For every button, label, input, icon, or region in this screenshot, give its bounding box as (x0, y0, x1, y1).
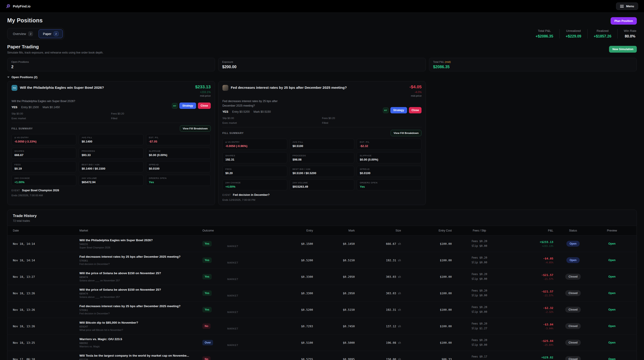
position-mark: Mark $0.5150 (254, 110, 271, 113)
table-row[interactable]: Nov 17, 06:10 Will Tesla be the largest … (8, 351, 636, 360)
menu-button[interactable]: Menu (616, 3, 638, 10)
view-tab[interactable]: Overview 2 (8, 29, 37, 38)
trade-mark: $0.9995 (313, 357, 355, 360)
trade-market-category: What price will Bitcoin hit in November? (80, 329, 198, 331)
fill-stat-cell: ORDERS OPEN Yes (146, 175, 211, 186)
fill-stat-label: SPREAD (149, 163, 208, 166)
trade-slip: Slip $1.27 (472, 326, 487, 331)
new-simulation-button[interactable]: New Simulation (609, 46, 637, 53)
position-side: YES (12, 106, 17, 109)
preview-link[interactable]: Open (608, 357, 616, 360)
mid-price-label: mid-price (195, 94, 211, 97)
trade-market-title: Will the price of Solana be above $150 o… (80, 271, 198, 275)
account-stat-label: Total P&L (536, 29, 553, 33)
status-badge: Closed (565, 274, 580, 280)
trade-size: 666.67 sh (355, 242, 401, 245)
summary-label: Total P&L (433, 61, 444, 63)
fill-stat-label: 24H VOLUME (82, 177, 140, 179)
table-row[interactable]: Nov 18, 13:26 Fed decreases interest rat… (8, 301, 636, 318)
trade-entry: $0.3300 (276, 275, 313, 278)
account-stat: Total P&L +$2086.35 (529, 29, 559, 38)
close-position-button[interactable]: Close (409, 107, 422, 113)
trade-entry-cost: $100.00 (401, 324, 452, 328)
view-fill-breakdown-button[interactable]: View Fill Breakdown (180, 125, 211, 132)
trade-size: 192.31 sh (355, 259, 401, 262)
table-row[interactable]: Nov 18, 13:26 Will the price of Solana b… (8, 285, 636, 301)
preview-link[interactable]: Open (608, 341, 616, 344)
table-row[interactable]: Nov 18, 13:26 Will Bitcoin dip to $85,00… (8, 318, 636, 334)
fill-stat-cell: BEST BID / ASK $0.1400 / $0.1500 (79, 161, 144, 172)
account-stat-value: +$2086.35 (536, 34, 553, 38)
order-type: MARKET (227, 355, 276, 360)
divider (222, 127, 422, 127)
fill-stat-cell: 24H VOLUME $65472.94 (79, 175, 144, 186)
trade-market-category: Warriors vs. Magic (80, 345, 198, 348)
close-position-button[interactable]: Close (198, 103, 211, 109)
fill-stat-label: Δ VS ENTRY (226, 141, 284, 143)
view-fill-breakdown-button[interactable]: View Fill Breakdown (390, 130, 422, 136)
trade-market-title: Will the price of Solana be above $150 o… (80, 288, 198, 291)
trade-mark: $0.7450 (313, 324, 355, 328)
view-tab[interactable]: Paper 2 (38, 29, 62, 38)
fill-stat-cell: AVG FILL $0.5100 (290, 139, 354, 150)
table-row[interactable]: Nov 18, 13:25 Warriors vs. Magic: O/U 22… (8, 334, 636, 351)
status-badge: Closed (565, 307, 580, 312)
trade-slip: Slip $0.00 (472, 244, 487, 248)
preview-link[interactable]: Open (608, 242, 616, 245)
position-pnl: $233.13 (195, 85, 211, 89)
fill-stat-cell: SLIPPAGE $0.00 (0.00%) (357, 152, 422, 163)
col-header-size: Size (355, 229, 401, 232)
preview-link[interactable]: Open (608, 291, 616, 295)
position-pnl: -$4.05 (409, 85, 422, 89)
table-row[interactable]: Nov 18, 13:27 Will the price of Solana b… (8, 268, 636, 285)
strategy-button[interactable]: Strategy (180, 103, 196, 109)
summary-value: $2086.35 (433, 65, 633, 69)
fill-stat-value: $98.08 (293, 158, 352, 161)
event-name: Super Bowl Champion 2026 (22, 189, 59, 192)
tab-label: Overview (13, 32, 26, 36)
fill-stat-label: BEST BID / ASK (82, 163, 140, 166)
trade-market-id: 688302 (80, 342, 198, 344)
trade-pnl-percent: -3.04% (507, 327, 553, 330)
fill-summary-grid: Δ VS ENTRY -0.0050 (-3.33%) AVG FILL $0.… (12, 134, 211, 186)
trade-fees-slip: Fees $0.20 Slip $1.27 (472, 321, 487, 331)
trade-market-category: Solana above ___ on November 25? (80, 296, 198, 298)
position-card: Fed decreases interest rates by 25 bps a… (218, 81, 426, 205)
fill-stat-cell: SHARES 666.67 (12, 148, 76, 159)
preview-link[interactable]: Open (608, 308, 616, 311)
col-header-pnl: P&L (507, 229, 553, 232)
open-positions-toggle[interactable]: Open Positions (2) (7, 76, 637, 79)
tab-count-badge: 2 (54, 31, 58, 36)
outcome-badge: Yes (202, 274, 212, 279)
strategy-button[interactable]: Strategy (390, 107, 407, 113)
view-tabs: Overview 2 Paper 2 (7, 28, 64, 40)
event-label: EVENT (12, 189, 20, 192)
col-header-fees-slip: Fees / Slip (452, 229, 507, 232)
summary-value: $200.00 (222, 65, 422, 69)
trade-entry: $0.5755 (276, 357, 313, 360)
trade-history-count: 72 total trades (13, 219, 631, 222)
plan-position-button[interactable]: Plan Position (610, 17, 637, 25)
status-badge: Closed (565, 290, 580, 296)
status-badge: Closed (565, 340, 580, 345)
table-row[interactable]: Nov 18, 14:14 Fed decreases interest rat… (8, 252, 636, 268)
trade-fees-slip: Fees $0.20 Slip $0.00 (472, 305, 487, 314)
divider (12, 123, 211, 123)
preview-link[interactable]: Open (608, 259, 616, 262)
fill-stat-value: $0.1400 (82, 140, 140, 143)
trade-entry: $0.5200 (276, 308, 313, 311)
preview-link[interactable]: Open (608, 324, 616, 328)
col-header-preview: Preview (593, 229, 631, 232)
trade-date: Nov 18, 13:26 (13, 291, 80, 295)
fill-stat-label: PROCEEDS (293, 154, 352, 157)
fees-meta: Fees $0.20 (322, 117, 422, 120)
fill-stat-value: $0.0100 (149, 167, 208, 170)
preview-link[interactable]: Open (608, 275, 616, 278)
realtime-badge[interactable]: RT (383, 108, 388, 113)
realtime-badge[interactable]: RT (172, 103, 178, 109)
order-type: MARKET (227, 273, 276, 280)
fees-meta: Fees $0.20 (111, 112, 210, 115)
trade-fees: Fees $0.20 (472, 305, 487, 310)
hamburger-icon (620, 5, 624, 8)
table-row[interactable]: Nov 18, 14:14 Will the Philadelphia Eagl… (8, 236, 636, 252)
